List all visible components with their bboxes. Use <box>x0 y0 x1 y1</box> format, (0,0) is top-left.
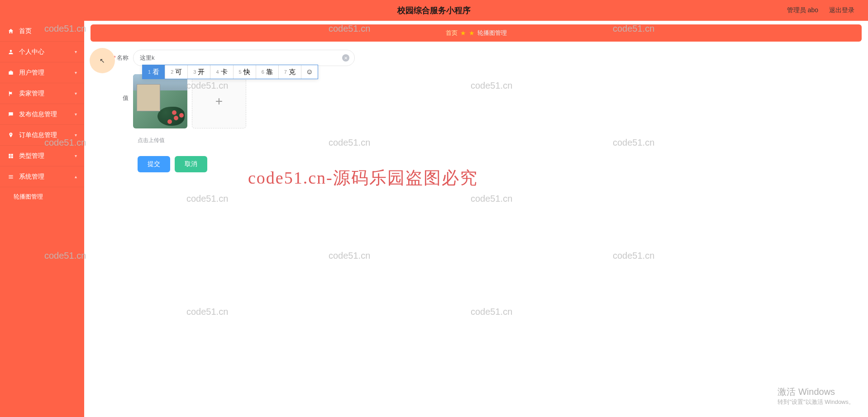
chevron-down-icon: ▾ <box>75 49 77 54</box>
sidebar-item-label: 发布信息管理 <box>19 110 75 118</box>
flag-icon <box>7 90 14 97</box>
chevron-down-icon: ▾ <box>75 70 77 75</box>
sidebar-item-label: 系统管理 <box>19 173 75 181</box>
user-icon <box>7 48 14 56</box>
sidebar-item-orders[interactable]: 订单信息管理 ▾ <box>0 125 84 146</box>
chevron-down-icon: ▾ <box>75 112 77 117</box>
logout-link[interactable]: 退出登录 <box>829 6 854 14</box>
ime-candidate[interactable]: 7克 <box>279 65 301 79</box>
ime-candidate[interactable]: 6靠 <box>256 65 279 79</box>
form-row-name: *名称 ✕ <box>106 50 846 66</box>
form-row-value: 值 + <box>106 74 846 128</box>
sidebar-item-home[interactable]: 首页 <box>0 21 84 42</box>
sidebar-item-types[interactable]: 类型管理 ▾ <box>0 146 84 166</box>
sidebar: 首页 个人中心 ▾ 用户管理 ▾ 卖家管理 ▾ 发布信息管理 ▾ 订单信息管理 … <box>0 21 84 417</box>
sidebar-item-publish[interactable]: 发布信息管理 ▾ <box>0 104 84 125</box>
name-input-wrap: ✕ <box>133 50 355 66</box>
sidebar-item-label: 个人中心 <box>19 48 75 56</box>
main-content: 首页 ★ ★ 轮播图管理 *名称 ✕ 值 + 点击上传值 提交 <box>84 21 868 417</box>
chevron-up-icon: ▴ <box>75 174 77 179</box>
value-label: 值 <box>106 74 133 102</box>
ime-candidate-bar: 1看 2可 3开 4卡 5快 6靠 7克 ☺ <box>142 65 318 79</box>
breadcrumb: 首页 ★ ★ 轮播图管理 <box>91 24 862 42</box>
cursor-highlight <box>90 48 115 73</box>
chat-icon <box>7 111 14 118</box>
sidebar-item-label: 首页 <box>19 27 77 35</box>
breadcrumb-home[interactable]: 首页 <box>446 29 458 37</box>
header-right: 管理员 abo 退出登录 <box>787 6 854 14</box>
breadcrumb-current: 轮播图管理 <box>477 29 507 37</box>
chevron-down-icon: ▾ <box>75 153 77 158</box>
ime-candidate[interactable]: 2可 <box>165 65 188 79</box>
sidebar-item-label: 类型管理 <box>19 152 75 160</box>
submit-button[interactable]: 提交 <box>138 156 170 172</box>
sidebar-item-system[interactable]: 系统管理 ▴ <box>0 166 84 187</box>
button-row: 提交 取消 <box>138 156 846 172</box>
admin-label[interactable]: 管理员 abo <box>787 6 818 14</box>
ime-candidate[interactable]: 4卡 <box>210 65 233 79</box>
clear-icon[interactable]: ✕ <box>342 54 349 62</box>
upload-hint: 点击上传值 <box>138 137 846 144</box>
home-icon <box>7 28 14 35</box>
sidebar-item-users[interactable]: 用户管理 ▾ <box>0 62 84 83</box>
ime-candidate[interactable]: 1看 <box>143 65 165 79</box>
ime-candidate[interactable]: 3开 <box>188 65 210 79</box>
chevron-down-icon: ▾ <box>75 91 77 96</box>
name-input[interactable] <box>133 50 355 66</box>
star-icon: ★ <box>469 29 475 37</box>
sidebar-item-label: 卖家管理 <box>19 90 75 98</box>
uploaded-image[interactable] <box>133 74 187 128</box>
sidebar-item-label: 订单信息管理 <box>19 131 75 139</box>
star-icon: ★ <box>460 29 466 37</box>
chevron-down-icon: ▾ <box>75 133 77 137</box>
header: 校园综合服务小程序 管理员 abo 退出登录 <box>0 0 868 21</box>
pin-icon <box>7 132 14 139</box>
ime-candidate[interactable]: 5快 <box>234 65 256 79</box>
settings-icon <box>7 173 14 180</box>
upload-area: + <box>133 74 246 128</box>
sidebar-item-label: 用户管理 <box>19 69 75 77</box>
sidebar-item-personal[interactable]: 个人中心 ▾ <box>0 42 84 62</box>
briefcase-icon <box>7 69 14 76</box>
sidebar-sub-carousel[interactable]: 轮播图管理 <box>0 187 84 206</box>
sidebar-sub-label: 轮播图管理 <box>14 193 43 201</box>
sidebar-item-sellers[interactable]: 卖家管理 ▾ <box>0 83 84 104</box>
app-title: 校园综合服务小程序 <box>397 5 471 16</box>
ime-emoji-icon[interactable]: ☺ <box>301 65 318 79</box>
cancel-button[interactable]: 取消 <box>175 156 207 172</box>
grid-icon <box>7 152 14 160</box>
upload-add-button[interactable]: + <box>192 74 246 128</box>
